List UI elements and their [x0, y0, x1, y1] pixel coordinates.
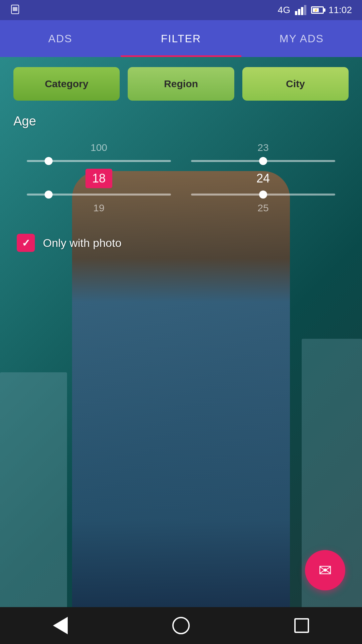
svg-rect-5 [304, 5, 306, 15]
home-icon [172, 617, 190, 634]
network-indicator: 4G [278, 5, 290, 15]
home-button[interactable] [171, 615, 191, 636]
slider-right-value: 24 [250, 169, 277, 188]
recents-button[interactable] [292, 615, 312, 636]
age-section-label: Age [13, 114, 349, 128]
only-with-photo-label: Only with photo [43, 236, 121, 250]
slider-right-above: 23 [257, 142, 268, 153]
tab-bar: ADS FILTER MY ADS [0, 20, 362, 57]
svg-rect-2 [295, 11, 297, 15]
slider-right-track-bottom [191, 194, 335, 196]
sliders-container: 100 18 19 23 24 [13, 142, 349, 214]
slider-right-thumb-top[interactable] [259, 157, 267, 165]
battery-icon: ⚡ [311, 6, 324, 14]
svg-rect-4 [301, 7, 303, 15]
back-button[interactable] [50, 615, 70, 636]
back-icon [53, 617, 68, 634]
age-min-slider-group: 100 18 19 [27, 142, 171, 214]
age-max-slider-group: 23 24 25 [191, 142, 335, 214]
only-with-photo-checkbox[interactable]: ✓ [17, 234, 35, 252]
message-fab[interactable]: ✉ [305, 550, 345, 590]
region-button[interactable]: Region [128, 67, 234, 101]
time-display: 11:02 [328, 5, 352, 15]
tab-ads[interactable]: ADS [0, 20, 121, 57]
tab-my-ads[interactable]: MY ADS [241, 20, 362, 57]
slider-left-track-bottom [27, 194, 171, 196]
slider-left-below: 19 [93, 202, 104, 214]
slider-left-thumb-top[interactable] [45, 157, 53, 165]
slider-left-above: 100 [90, 142, 107, 153]
sim-card-icon [10, 4, 20, 16]
background-area: Category Region City Age 100 18 19 [0, 57, 362, 607]
status-bar: 4G ⚡ 11:02 [0, 0, 362, 20]
filter-buttons-row: Category Region City [13, 67, 349, 101]
slider-right-below: 25 [257, 202, 268, 214]
signal-icon [295, 5, 306, 15]
bottom-navigation [0, 607, 362, 644]
slider-left-track-top [27, 160, 171, 162]
filter-content: Category Region City Age 100 18 19 [0, 57, 362, 262]
checkmark-icon: ✓ [22, 237, 30, 249]
slider-left-value: 18 [85, 169, 112, 188]
slider-right-thumb-bottom[interactable] [259, 191, 267, 199]
category-button[interactable]: Category [13, 67, 120, 101]
svg-rect-1 [13, 7, 17, 11]
tab-filter[interactable]: FILTER [121, 20, 241, 57]
slider-right-track-top [191, 160, 335, 162]
recents-icon [294, 618, 309, 633]
only-with-photo-row: ✓ Only with photo [13, 234, 349, 252]
city-button[interactable]: City [242, 67, 349, 101]
slider-left-thumb-bottom[interactable] [45, 191, 53, 199]
envelope-icon: ✉ [318, 561, 332, 580]
svg-rect-3 [298, 9, 300, 15]
